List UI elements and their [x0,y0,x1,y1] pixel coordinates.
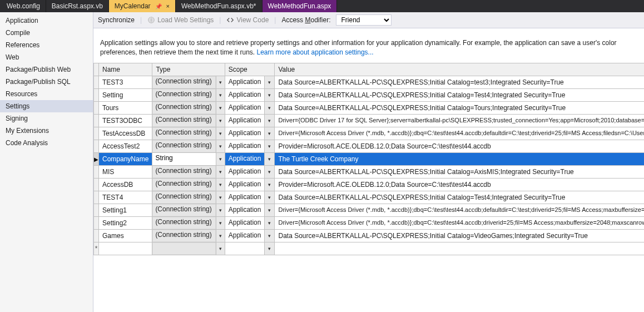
cell-scope[interactable]: Application▾ [225,140,275,152]
row-header[interactable]: ▶ [94,152,99,165]
row-header[interactable] [94,165,99,178]
nav-resources[interactable]: Resources [0,88,93,100]
col-value[interactable]: Value [275,63,644,76]
access-modifier-select[interactable]: Friend [336,14,392,26]
cell-value[interactable]: Data Source=ALBERTKALLAL-PC\SQLEXPRESS;I… [275,76,644,88]
table-row[interactable]: Tours(Connection string)▾Application▾Dat… [94,101,645,114]
pin-icon[interactable]: ⁠📌 [155,3,162,9]
row-header[interactable] [94,178,99,191]
chevron-down-icon[interactable]: ▾ [264,217,274,229]
chevron-down-icon[interactable]: ▾ [264,102,274,114]
cell-value[interactable]: Provider=Microsoft.ACE.OLEDB.12.0;Data S… [275,178,644,191]
chevron-down-icon[interactable]: ▾ [216,179,225,191]
table-row[interactable]: ▶CompanyNameString▾Application▾The Turtl… [94,152,645,165]
chevron-down-icon[interactable]: ▾ [216,127,225,140]
cell-type[interactable]: (Connection string)▾ [152,165,225,178]
chevron-down-icon[interactable]: ▾ [216,89,225,101]
cell-type[interactable]: (Connection string)▾ [152,178,225,191]
cell-name[interactable] [99,242,152,255]
cell-value[interactable]: Driver={Microsoft Access Driver (*.mdb, … [275,127,644,140]
cell-scope[interactable]: ▾ [225,242,275,255]
row-header[interactable] [94,216,99,229]
cell-type[interactable]: (Connection string)▾ [152,76,225,88]
row-header[interactable]: * [94,242,99,255]
col-name[interactable]: Name [99,63,152,76]
cell-type[interactable]: (Connection string)▾ [152,114,225,127]
chevron-down-icon[interactable]: ▾ [216,76,225,88]
nav-compile[interactable]: Compile [0,27,93,39]
chevron-down-icon[interactable]: ▾ [216,204,225,216]
table-row[interactable]: TEST3ODBC(Connection string)▾Application… [94,114,645,127]
cell-value[interactable]: Driver={Microsoft Access Driver (*.mdb, … [275,216,644,229]
chevron-down-icon[interactable]: ▾ [264,166,274,178]
cell-scope[interactable]: Application▾ [225,152,275,165]
chevron-down-icon[interactable]: ▾ [264,230,274,242]
cell-value[interactable]: Provider=Microsoft.ACE.OLEDB.12.0;Data S… [275,140,644,152]
chevron-down-icon[interactable]: ▾ [264,127,274,140]
cell-scope[interactable]: Application▾ [225,178,275,191]
nav-my-extensions[interactable]: My Extensions [0,125,93,137]
cell-name[interactable]: TestAccessDB [99,127,152,140]
table-row[interactable]: TEST4(Connection string)▾Application▾Dat… [94,191,645,204]
cell-type[interactable]: (Connection string)▾ [152,216,225,229]
cell-value[interactable]: Driver={Microsoft Access Driver (*.mdb, … [275,204,644,216]
row-header[interactable] [94,127,99,140]
table-row-new[interactable]: * ▾▾ [94,242,645,255]
row-header[interactable] [94,114,99,127]
settings-grid[interactable]: Name Type Scope Value TEST3(Connection s… [93,63,644,255]
row-header[interactable] [94,88,99,101]
cell-scope[interactable]: Application▾ [225,191,275,204]
table-row[interactable]: Setting1(Connection string)▾Application▾… [94,204,645,216]
chevron-down-icon[interactable]: ▾ [216,166,225,178]
cell-type[interactable]: String▾ [152,152,225,165]
cell-name[interactable]: TEST3ODBC [99,114,152,127]
chevron-down-icon[interactable]: ▾ [264,204,274,216]
nav-web[interactable]: Web [0,51,93,63]
cell-scope[interactable]: Application▾ [225,101,275,114]
tab-web-config[interactable]: Web.config [1,0,46,12]
cell-type[interactable]: (Connection string)▾ [152,101,225,114]
cell-value[interactable]: Data Source=ALBERTKALLAL-PC\SQLEXPRESS;I… [275,165,644,178]
synchronize-button[interactable]: Synchronize [98,16,135,24]
cell-name[interactable]: Setting1 [99,204,152,216]
load-web-settings-button[interactable]: Load Web Settings [147,16,214,24]
cell-scope[interactable]: Application▾ [225,127,275,140]
tab-basicrst[interactable]: BasicRst.aspx.vb [46,0,109,12]
cell-scope[interactable]: Application▾ [225,204,275,216]
nav-package-publish-web[interactable]: Package/Publish Web [0,63,93,76]
nav-settings[interactable]: Settings [0,100,93,112]
table-row[interactable]: Games(Connection string)▾Application▾Dat… [94,229,645,242]
cell-value[interactable]: Data Source=ALBERTKALLAL-PC\SQLEXPRESS;I… [275,101,644,114]
cell-name[interactable]: Games [99,229,152,242]
cell-name[interactable]: Setting2 [99,216,152,229]
cell-value[interactable]: Data Source=ALBERTKALLAL-PC\SQLEXPRESS;I… [275,88,644,101]
cell-scope[interactable]: Application▾ [225,114,275,127]
cell-type[interactable]: (Connection string)▾ [152,127,225,140]
close-icon[interactable]: × [166,3,170,9]
cell-type[interactable]: (Connection string)▾ [152,229,225,242]
chevron-down-icon[interactable]: ▾ [264,140,274,152]
chevron-down-icon[interactable]: ▾ [264,89,274,101]
chevron-down-icon[interactable]: ▾ [264,153,274,165]
chevron-down-icon[interactable]: ▾ [216,242,225,255]
cell-name[interactable]: TEST4 [99,191,152,204]
cell-type[interactable]: (Connection string)▾ [152,204,225,216]
chevron-down-icon[interactable]: ▾ [216,153,225,165]
col-scope[interactable]: Scope [225,63,275,76]
chevron-down-icon[interactable]: ▾ [264,191,274,204]
nav-code-analysis[interactable]: Code Analysis [0,137,93,149]
chevron-down-icon[interactable]: ▾ [216,230,225,242]
row-header[interactable] [94,204,99,216]
cell-value[interactable]: Data Source=ALBERTKALLAL-PC\SQLEXPRESS;I… [275,191,644,204]
table-row[interactable]: MIS(Connection string)▾Application▾Data … [94,165,645,178]
chevron-down-icon[interactable]: ▾ [216,191,225,204]
row-header[interactable] [94,229,99,242]
chevron-down-icon[interactable]: ▾ [216,115,225,127]
col-type[interactable]: Type [152,63,225,76]
row-header[interactable] [94,76,99,88]
nav-application[interactable]: Application [0,14,93,27]
cell-name[interactable]: AccessDB [99,178,152,191]
chevron-down-icon[interactable]: ▾ [264,242,274,255]
chevron-down-icon[interactable]: ▾ [216,140,225,152]
chevron-down-icon[interactable]: ▾ [264,76,274,88]
